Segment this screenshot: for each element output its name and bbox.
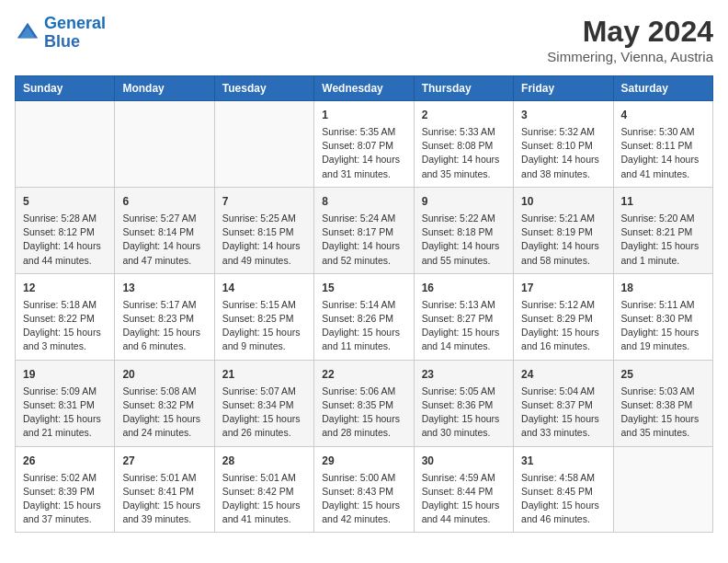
calendar-table: SundayMondayTuesdayWednesdayThursdayFrid… xyxy=(15,75,713,533)
calendar-cell: 1Sunrise: 5:35 AM Sunset: 8:07 PM Daylig… xyxy=(314,101,414,188)
day-info: Sunrise: 5:32 AM Sunset: 8:10 PM Dayligh… xyxy=(521,125,605,181)
day-info: Sunrise: 5:04 AM Sunset: 8:37 PM Dayligh… xyxy=(521,385,605,441)
day-info: Sunrise: 5:14 AM Sunset: 8:26 PM Dayligh… xyxy=(322,298,405,354)
day-info: Sunrise: 5:21 AM Sunset: 8:19 PM Dayligh… xyxy=(521,212,605,268)
day-info: Sunrise: 5:03 AM Sunset: 8:38 PM Dayligh… xyxy=(621,385,705,441)
day-info: Sunrise: 5:28 AM Sunset: 8:12 PM Dayligh… xyxy=(23,212,107,268)
day-info: Sunrise: 5:08 AM Sunset: 8:32 PM Dayligh… xyxy=(122,385,206,441)
calendar-cell xyxy=(16,101,115,188)
day-info: Sunrise: 5:24 AM Sunset: 8:17 PM Dayligh… xyxy=(322,212,405,268)
weekday-header-friday: Friday xyxy=(514,76,613,101)
day-info: Sunrise: 5:27 AM Sunset: 8:14 PM Dayligh… xyxy=(122,212,206,268)
calendar-cell: 7Sunrise: 5:25 AM Sunset: 8:15 PM Daylig… xyxy=(214,187,313,273)
day-number: 10 xyxy=(521,193,605,210)
day-info: Sunrise: 5:05 AM Sunset: 8:36 PM Dayligh… xyxy=(422,385,506,441)
day-info: Sunrise: 5:11 AM Sunset: 8:30 PM Dayligh… xyxy=(621,298,705,354)
weekday-header-tuesday: Tuesday xyxy=(214,76,313,101)
day-number: 23 xyxy=(422,366,506,383)
week-row-4: 19Sunrise: 5:09 AM Sunset: 8:31 PM Dayli… xyxy=(16,360,713,446)
day-info: Sunrise: 5:18 AM Sunset: 8:22 PM Dayligh… xyxy=(23,298,107,354)
week-row-1: 1Sunrise: 5:35 AM Sunset: 8:07 PM Daylig… xyxy=(16,101,713,188)
day-number: 13 xyxy=(122,280,206,296)
logo-line1: General xyxy=(44,14,106,32)
day-info: Sunrise: 5:07 AM Sunset: 8:34 PM Dayligh… xyxy=(222,385,306,441)
calendar-cell: 20Sunrise: 5:08 AM Sunset: 8:32 PM Dayli… xyxy=(115,360,214,446)
day-info: Sunrise: 5:06 AM Sunset: 8:35 PM Dayligh… xyxy=(322,385,405,441)
calendar-cell: 22Sunrise: 5:06 AM Sunset: 8:35 PM Dayli… xyxy=(314,360,414,446)
day-number: 25 xyxy=(621,366,705,383)
day-number: 27 xyxy=(122,453,206,469)
day-number: 22 xyxy=(322,366,405,383)
logo-text: General Blue xyxy=(44,15,106,52)
calendar-cell: 24Sunrise: 5:04 AM Sunset: 8:37 PM Dayli… xyxy=(514,360,613,446)
day-info: Sunrise: 5:20 AM Sunset: 8:21 PM Dayligh… xyxy=(621,212,705,268)
calendar-cell: 21Sunrise: 5:07 AM Sunset: 8:34 PM Dayli… xyxy=(214,360,313,446)
day-info: Sunrise: 5:12 AM Sunset: 8:29 PM Dayligh… xyxy=(521,298,605,354)
day-info: Sunrise: 4:58 AM Sunset: 8:45 PM Dayligh… xyxy=(521,471,605,527)
calendar-cell: 18Sunrise: 5:11 AM Sunset: 8:30 PM Dayli… xyxy=(613,273,712,360)
weekday-header-wednesday: Wednesday xyxy=(314,76,414,101)
calendar-cell: 14Sunrise: 5:15 AM Sunset: 8:25 PM Dayli… xyxy=(214,273,313,360)
day-info: Sunrise: 5:13 AM Sunset: 8:27 PM Dayligh… xyxy=(422,298,506,354)
calendar-cell: 4Sunrise: 5:30 AM Sunset: 8:11 PM Daylig… xyxy=(613,101,712,188)
calendar-cell: 26Sunrise: 5:02 AM Sunset: 8:39 PM Dayli… xyxy=(16,446,115,533)
day-number: 17 xyxy=(521,280,605,296)
calendar-cell: 11Sunrise: 5:20 AM Sunset: 8:21 PM Dayli… xyxy=(613,187,712,273)
day-number: 19 xyxy=(23,366,107,383)
day-number: 8 xyxy=(322,193,405,210)
day-info: Sunrise: 5:17 AM Sunset: 8:23 PM Dayligh… xyxy=(122,298,206,354)
calendar-cell: 17Sunrise: 5:12 AM Sunset: 8:29 PM Dayli… xyxy=(514,273,613,360)
day-info: Sunrise: 5:25 AM Sunset: 8:15 PM Dayligh… xyxy=(222,212,306,268)
day-number: 14 xyxy=(222,280,306,296)
location-subtitle: Simmering, Vienna, Austria xyxy=(547,49,713,64)
calendar-cell: 6Sunrise: 5:27 AM Sunset: 8:14 PM Daylig… xyxy=(115,187,214,273)
day-number: 12 xyxy=(23,280,107,296)
day-number: 5 xyxy=(23,193,107,210)
day-info: Sunrise: 5:33 AM Sunset: 8:08 PM Dayligh… xyxy=(422,125,506,181)
day-info: Sunrise: 5:00 AM Sunset: 8:43 PM Dayligh… xyxy=(322,471,405,527)
weekday-header-monday: Monday xyxy=(115,76,214,101)
day-number: 3 xyxy=(521,107,605,123)
week-row-2: 5Sunrise: 5:28 AM Sunset: 8:12 PM Daylig… xyxy=(16,187,713,273)
day-info: Sunrise: 5:09 AM Sunset: 8:31 PM Dayligh… xyxy=(23,385,107,441)
title-block: May 2024 Simmering, Vienna, Austria xyxy=(547,15,713,64)
day-info: Sunrise: 5:35 AM Sunset: 8:07 PM Dayligh… xyxy=(322,125,405,181)
calendar-cell: 16Sunrise: 5:13 AM Sunset: 8:27 PM Dayli… xyxy=(414,273,513,360)
calendar-cell: 31Sunrise: 4:58 AM Sunset: 8:45 PM Dayli… xyxy=(514,446,613,533)
day-info: Sunrise: 4:59 AM Sunset: 8:44 PM Dayligh… xyxy=(422,471,506,527)
day-info: Sunrise: 5:30 AM Sunset: 8:11 PM Dayligh… xyxy=(621,125,705,181)
day-number: 28 xyxy=(222,453,306,469)
day-number: 26 xyxy=(23,453,107,469)
calendar-cell: 19Sunrise: 5:09 AM Sunset: 8:31 PM Dayli… xyxy=(16,360,115,446)
day-number: 9 xyxy=(422,193,506,210)
day-number: 20 xyxy=(122,366,206,383)
calendar-cell: 5Sunrise: 5:28 AM Sunset: 8:12 PM Daylig… xyxy=(16,187,115,273)
weekday-header-saturday: Saturday xyxy=(613,76,712,101)
day-number: 18 xyxy=(621,280,705,296)
calendar-cell xyxy=(115,101,214,188)
week-row-3: 12Sunrise: 5:18 AM Sunset: 8:22 PM Dayli… xyxy=(16,273,713,360)
calendar-cell xyxy=(613,446,712,533)
day-number: 1 xyxy=(322,107,405,123)
logo-line2: Blue xyxy=(44,32,80,51)
calendar-cell: 25Sunrise: 5:03 AM Sunset: 8:38 PM Dayli… xyxy=(613,360,712,446)
day-number: 21 xyxy=(222,366,306,383)
calendar-cell: 13Sunrise: 5:17 AM Sunset: 8:23 PM Dayli… xyxy=(115,273,214,360)
day-number: 6 xyxy=(122,193,206,210)
calendar-cell: 15Sunrise: 5:14 AM Sunset: 8:26 PM Dayli… xyxy=(314,273,414,360)
day-number: 31 xyxy=(521,453,605,469)
day-number: 16 xyxy=(422,280,506,296)
day-number: 11 xyxy=(621,193,705,210)
calendar-cell: 9Sunrise: 5:22 AM Sunset: 8:18 PM Daylig… xyxy=(414,187,513,273)
calendar-cell: 28Sunrise: 5:01 AM Sunset: 8:42 PM Dayli… xyxy=(214,446,313,533)
day-number: 30 xyxy=(422,453,506,469)
day-info: Sunrise: 5:02 AM Sunset: 8:39 PM Dayligh… xyxy=(23,471,107,527)
day-info: Sunrise: 5:22 AM Sunset: 8:18 PM Dayligh… xyxy=(422,212,506,268)
logo-icon xyxy=(15,20,40,46)
day-info: Sunrise: 5:01 AM Sunset: 8:41 PM Dayligh… xyxy=(122,471,206,527)
week-row-5: 26Sunrise: 5:02 AM Sunset: 8:39 PM Dayli… xyxy=(16,446,713,533)
calendar-cell: 12Sunrise: 5:18 AM Sunset: 8:22 PM Dayli… xyxy=(16,273,115,360)
logo: General Blue xyxy=(15,15,106,52)
calendar-cell xyxy=(214,101,313,188)
day-number: 24 xyxy=(521,366,605,383)
